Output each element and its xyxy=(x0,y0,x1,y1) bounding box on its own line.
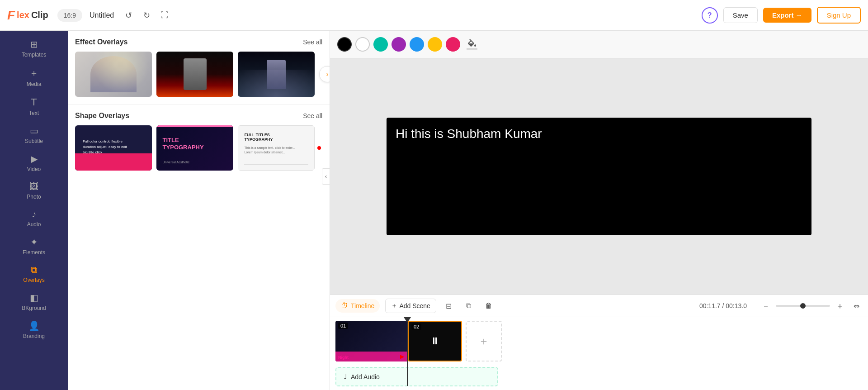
needle-line xyxy=(407,323,408,386)
scene-thumb-1[interactable]: Night ▶ 01 xyxy=(335,321,408,361)
timeline-label: Timeline xyxy=(351,302,374,309)
color-purple[interactable] xyxy=(392,37,406,52)
fullscreen-button[interactable]: ⛶ xyxy=(157,8,172,23)
add-scene-button[interactable]: ＋ Add Scene xyxy=(385,299,436,313)
sidebar-label-templates: Templates xyxy=(22,52,47,58)
effect-thumb-2[interactable] xyxy=(156,52,233,97)
sidebar-label-branding: Branding xyxy=(23,333,45,339)
logo: F lexClip xyxy=(7,8,48,23)
sidebar-label-video: Video xyxy=(27,166,41,172)
sidebar-item-templates[interactable]: ⊞ Templates xyxy=(0,34,68,62)
color-toolbar xyxy=(330,31,868,58)
sidebar-item-bkground[interactable]: ◧ BKground xyxy=(0,288,68,316)
duplicate-tool[interactable]: ⧉ xyxy=(462,299,476,313)
needle-head xyxy=(404,317,411,323)
sidebar-item-elements[interactable]: ✦ Elements xyxy=(0,232,68,260)
color-white[interactable] xyxy=(355,37,370,52)
sidebar-item-video[interactable]: ▶ Video xyxy=(0,149,68,177)
zoom-slider-handle[interactable] xyxy=(800,303,806,309)
color-pink[interactable] xyxy=(446,37,460,52)
subtitle-icon: ▭ xyxy=(30,125,38,136)
templates-icon: ⊞ xyxy=(30,39,38,50)
scene-number-2: 02 xyxy=(411,323,421,330)
effect-overlays-see-all[interactable]: See all xyxy=(303,38,322,46)
expand-timeline-button[interactable]: ⇔ xyxy=(850,300,863,312)
timeline-track: Night ▶ 01 ⏸ 02 ＋ xyxy=(330,317,868,365)
sidebar-item-branding[interactable]: 👤 Branding xyxy=(0,316,68,344)
overlays-icon: ⧉ xyxy=(31,265,37,275)
sidebar-item-text[interactable]: T Text xyxy=(0,92,68,121)
add-scene-icon: ＋ xyxy=(391,302,397,310)
effect-thumb-1[interactable] xyxy=(75,52,152,97)
toolbar-icons: ↺ ↻ ⛶ xyxy=(121,8,172,23)
audio-icon: ♪ xyxy=(32,209,36,219)
add-audio-button[interactable]: ♩ Add Audio xyxy=(335,367,498,386)
overlay-panel: Effect Overlays See all xyxy=(68,31,330,390)
sidebar-label-elements: Elements xyxy=(23,249,45,256)
effect-thumb-3[interactable] xyxy=(238,52,315,97)
shape-thumb-1[interactable]: Full color control, flexibleduration adj… xyxy=(75,125,152,171)
shape-overlays-title: Shape Overlays xyxy=(75,112,129,120)
scene-thumb-2[interactable]: ⏸ 02 xyxy=(408,321,462,361)
effect-overlays-thumbnails: › xyxy=(75,52,322,97)
branding-icon: 👤 xyxy=(28,320,40,331)
sidebar: ⊞ Templates ＋ Media T Text ▭ Subtitle ▶ … xyxy=(0,31,68,390)
collapse-panel-button[interactable]: ‹ xyxy=(322,168,330,185)
sidebar-item-media[interactable]: ＋ Media xyxy=(0,62,68,92)
paint-bucket-button[interactable] xyxy=(464,36,480,52)
canvas-wrapper: ‹ Hi this is Shubham Kumar xyxy=(330,58,868,295)
effect-overlays-title: Effect Overlays xyxy=(75,38,128,46)
sidebar-item-photo[interactable]: 🖼 Photo xyxy=(0,177,68,205)
shape-overlays-see-all[interactable]: See all xyxy=(303,112,322,119)
signup-button[interactable]: Sign Up xyxy=(817,7,861,24)
canvas-area: ‹ Hi this is Shubham Kumar ⏱ Timeline ＋ … xyxy=(330,31,868,390)
media-icon: ＋ xyxy=(29,67,38,79)
redo-button[interactable]: ↻ xyxy=(139,8,154,23)
color-yellow[interactable] xyxy=(428,37,442,52)
timeline-section: ⏱ Timeline ＋ Add Scene ⊟ ⧉ 🗑 00:11.7 / 0… xyxy=(330,295,868,390)
logo-text: lex xyxy=(17,10,29,20)
project-title: Untitled xyxy=(90,11,114,19)
zoom-controls: － ＋ ⇔ xyxy=(760,300,863,312)
zoom-in-button[interactable]: ＋ xyxy=(834,300,846,312)
effect-overlays-section: Effect Overlays See all xyxy=(68,31,330,105)
sidebar-item-audio[interactable]: ♪ Audio xyxy=(0,205,68,232)
save-button[interactable]: Save xyxy=(723,7,758,23)
export-button[interactable]: Export → xyxy=(763,8,811,23)
sidebar-label-media: Media xyxy=(27,81,42,87)
canvas-main: Hi this is Shubham Kumar xyxy=(387,118,811,235)
split-tool[interactable]: ⊟ xyxy=(442,299,456,313)
color-blue[interactable] xyxy=(410,37,424,52)
effect-overlays-next[interactable]: › xyxy=(319,66,330,82)
photo-icon: 🖼 xyxy=(29,181,38,192)
shape-thumb-3[interactable]: FULL TITLESTYPOGRAPHY This is a sample t… xyxy=(238,125,315,171)
logo-clip-text: Clip xyxy=(31,10,48,20)
bkground-icon: ◧ xyxy=(30,292,38,303)
delete-tool[interactable]: 🗑 xyxy=(481,299,496,313)
sidebar-item-overlays[interactable]: ⧉ Overlays xyxy=(0,260,68,288)
add-scene-plus[interactable]: ＋ xyxy=(466,321,502,361)
shape-overlays-thumbnails: Full color control, flexibleduration adj… xyxy=(75,125,322,171)
color-black[interactable] xyxy=(337,37,352,52)
shape-overlays-section: Shape Overlays See all Full color contro… xyxy=(68,105,330,178)
sidebar-label-subtitle: Subtitle xyxy=(25,138,43,144)
help-button[interactable]: ? xyxy=(702,7,718,24)
zoom-slider[interactable] xyxy=(776,305,830,307)
shape-thumb-2[interactable]: TITLETYPOGRAPHY Universal Aesthetic xyxy=(156,125,233,171)
sidebar-item-subtitle[interactable]: ▭ Subtitle xyxy=(0,121,68,149)
sidebar-label-audio: Audio xyxy=(27,221,41,228)
color-teal[interactable] xyxy=(373,37,388,52)
video-icon: ▶ xyxy=(31,153,38,164)
ratio-badge[interactable]: 16:9 xyxy=(57,9,82,22)
text-icon: T xyxy=(31,96,37,108)
zoom-out-button[interactable]: － xyxy=(760,300,772,312)
sidebar-label-photo: Photo xyxy=(27,194,41,200)
sidebar-label-text: Text xyxy=(29,110,39,116)
timeline-tab[interactable]: ⏱ Timeline xyxy=(335,299,380,313)
timeline-toolbar: ⏱ Timeline ＋ Add Scene ⊟ ⧉ 🗑 00:11.7 / 0… xyxy=(330,295,868,317)
audio-note-icon: ♩ xyxy=(344,372,347,381)
sidebar-label-bkground: BKground xyxy=(22,305,46,311)
shape-overlays-header: Shape Overlays See all xyxy=(75,112,322,120)
time-display: 00:11.7 / 00:13.0 xyxy=(699,302,747,309)
undo-button[interactable]: ↺ xyxy=(121,8,136,23)
